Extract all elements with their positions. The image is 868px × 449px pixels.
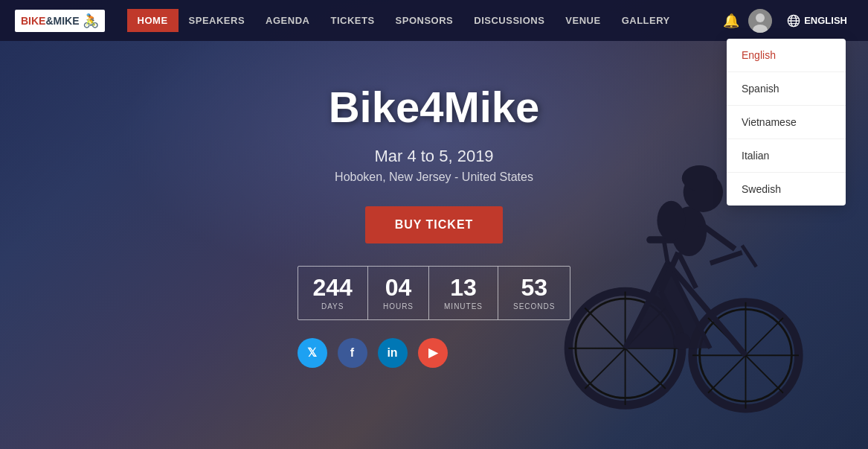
minutes-number: 13 bbox=[444, 276, 483, 299]
countdown-days: 244 DAYS bbox=[298, 267, 368, 319]
linkedin-button[interactable]: in bbox=[378, 338, 408, 368]
svg-line-16 bbox=[710, 252, 742, 263]
nav-discussions[interactable]: DISCUSSIONS bbox=[463, 9, 555, 32]
language-dropdown: English Spanish Vietnamese Italian Swedi… bbox=[727, 39, 846, 206]
facebook-button[interactable]: f bbox=[338, 338, 367, 368]
globe-icon bbox=[787, 14, 800, 28]
svg-point-22 bbox=[682, 165, 718, 191]
svg-point-30 bbox=[756, 13, 765, 22]
svg-line-18 bbox=[664, 242, 668, 264]
countdown-seconds: 53 SECONDS bbox=[498, 267, 570, 319]
hours-number: 04 bbox=[383, 276, 414, 299]
minutes-label: MINUTES bbox=[444, 302, 483, 311]
logo-cyclist-icon: 🚴 bbox=[83, 13, 99, 29]
countdown-timer: 244 DAYS 04 HOURS 13 MINUTES 53 SECONDS bbox=[298, 266, 571, 320]
hero-title: Bike4Mike bbox=[298, 82, 571, 132]
svg-line-17 bbox=[742, 246, 756, 267]
logo[interactable]: BIKE &MIKE 🚴 bbox=[15, 10, 105, 32]
nav-sponsors[interactable]: SPONSORS bbox=[385, 9, 464, 32]
nav-tickets[interactable]: TICKETS bbox=[320, 9, 385, 32]
lang-option-italian[interactable]: Italian bbox=[727, 139, 846, 173]
language-label: ENGLISH bbox=[804, 15, 847, 26]
seconds-label: SECONDS bbox=[513, 302, 555, 311]
lang-option-english[interactable]: English bbox=[727, 39, 846, 72]
avatar[interactable] bbox=[748, 9, 772, 33]
lang-option-spanish[interactable]: Spanish bbox=[727, 72, 846, 106]
hero-location: Hoboken, New Jersey - United States bbox=[298, 171, 571, 184]
facebook-icon: f bbox=[350, 346, 354, 360]
seconds-number: 53 bbox=[513, 276, 555, 299]
svg-point-27 bbox=[657, 201, 685, 241]
nav-agenda[interactable]: AGENDA bbox=[255, 9, 320, 32]
days-number: 244 bbox=[313, 276, 353, 299]
nav-home[interactable]: HOME bbox=[127, 9, 179, 32]
notification-bell-icon[interactable]: 🔔 bbox=[723, 13, 739, 29]
nav-right: 🔔 ENGLISH bbox=[723, 9, 853, 33]
nav-speakers[interactable]: SPEAKERS bbox=[179, 9, 256, 32]
twitter-button[interactable]: 𝕏 bbox=[298, 338, 327, 368]
days-label: DAYS bbox=[313, 302, 353, 311]
navbar: BIKE &MIKE 🚴 HOME SPEAKERS AGENDA TICKET… bbox=[0, 0, 868, 41]
countdown-hours: 04 HOURS bbox=[368, 267, 429, 319]
lang-option-vietnamese[interactable]: Vietnamese bbox=[727, 106, 846, 139]
logo-area: BIKE &MIKE 🚴 bbox=[15, 10, 105, 32]
lang-option-swedish[interactable]: Swedish bbox=[727, 173, 846, 206]
countdown-minutes: 13 MINUTES bbox=[429, 267, 498, 319]
youtube-icon: ▶ bbox=[428, 345, 437, 360]
twitter-icon: 𝕏 bbox=[307, 345, 317, 360]
nav-links: HOME SPEAKERS AGENDA TICKETS SPONSORS DI… bbox=[127, 9, 724, 32]
logo-mike-text: &MIKE bbox=[45, 15, 79, 27]
youtube-button[interactable]: ▶ bbox=[418, 338, 448, 368]
nav-venue[interactable]: VENUE bbox=[555, 9, 611, 32]
language-selector[interactable]: ENGLISH bbox=[781, 11, 853, 31]
linkedin-icon: in bbox=[387, 346, 397, 360]
social-links: 𝕏 f in ▶ bbox=[298, 338, 571, 368]
hero-content: Bike4Mike Mar 4 to 5, 2019 Hoboken, New … bbox=[298, 82, 571, 368]
logo-bike-text: BIKE bbox=[21, 15, 45, 27]
hours-label: HOURS bbox=[383, 302, 414, 311]
buy-ticket-button[interactable]: BUY TICKET bbox=[365, 206, 504, 243]
nav-gallery[interactable]: GALLERY bbox=[611, 9, 681, 32]
hero-date: Mar 4 to 5, 2019 bbox=[298, 147, 571, 166]
svg-point-28 bbox=[673, 333, 690, 350]
